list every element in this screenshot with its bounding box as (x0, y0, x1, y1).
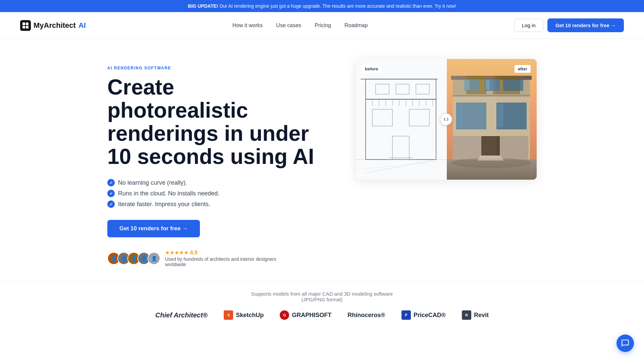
svg-rect-42 (503, 79, 523, 91)
svg-rect-56 (453, 76, 496, 160)
svg-rect-2 (22, 26, 25, 28)
logo-chief-architect: Chief Architect® (155, 311, 208, 319)
star-rating: ★★★★★ 4.9 (165, 249, 276, 256)
before-image (356, 59, 446, 180)
social-proof: 👤 👤 👤 👤 👤 ★★★★★ 4.9 Used by hundreds of … (107, 249, 315, 267)
supports-text: Supports models from all major CAD and 3… (20, 291, 624, 302)
nav-link-roadmap[interactable]: Roadmap (344, 22, 368, 28)
before-label: before (362, 65, 382, 73)
svg-rect-1 (26, 22, 29, 25)
social-description: Used by hundreds of architects and inter… (165, 256, 276, 267)
check-icon-3 (107, 200, 115, 208)
banner-text: Our AI rendering engine just got a huge … (219, 3, 456, 9)
nav-cta-button[interactable]: Get 10 renders for free → (547, 18, 624, 32)
divider-handle[interactable] (440, 113, 452, 125)
nav-link-how-it-works[interactable]: How it works (232, 22, 263, 28)
supports-bar: Supports models from all major CAD and 3… (0, 281, 644, 330)
nav-link-pricing[interactable]: Pricing (315, 22, 331, 28)
social-text-block: ★★★★★ 4.9 Used by hundreds of architects… (165, 249, 276, 267)
svg-rect-0 (22, 22, 25, 25)
hero-title: Create photorealistic renderings in unde… (107, 76, 315, 168)
logo-revit: R Revit (462, 310, 489, 320)
rating-number: 4.9 (190, 250, 197, 255)
logo-pricecad: P PriceCAD® (401, 310, 446, 320)
navbar: MyArchitectAI How it works Use cases Pri… (0, 12, 644, 39)
logo-rhinoceros: Rhinoceros® (347, 312, 385, 319)
graphisoft-icon: G (280, 310, 289, 320)
logo-graphisoft: G GRAPHISOFT (280, 310, 331, 320)
logo-link[interactable]: MyArchitectAI (20, 20, 86, 31)
login-button[interactable]: Log in (514, 19, 543, 32)
logo-svg (22, 22, 29, 29)
top-banner: BIG UPDATE! Our AI rendering engine just… (0, 0, 644, 12)
chief-architect-text: Chief Architect® (155, 311, 208, 319)
check-icon-1 (107, 179, 115, 186)
bullet-3: Iterate faster. Impress your clients. (107, 200, 315, 208)
check-icon-2 (107, 190, 115, 197)
bullet-2: Runs in the cloud. No installs needed. (107, 190, 315, 197)
hero-left: AI RENDERING SOFTWARE Create photorealis… (107, 59, 315, 267)
logo-main-text: MyArchitect (34, 21, 76, 30)
logo-icon (20, 20, 31, 31)
avatar-group: 👤 👤 👤 👤 👤 (107, 252, 160, 265)
logo-sketchup: S SketchUp (224, 310, 264, 320)
avatar-5: 👤 (148, 252, 160, 265)
hero-cta-button[interactable]: Get 10 renders for free → (107, 220, 200, 237)
logo-ai-text: AI (78, 21, 86, 30)
bullet-1: No learning curve (really). (107, 179, 315, 186)
svg-rect-4 (356, 59, 446, 180)
nav-link-use-cases[interactable]: Use cases (276, 22, 301, 28)
svg-rect-52 (500, 136, 528, 160)
nav-links: How it works Use cases Pricing Roadmap (232, 22, 368, 28)
after-label: after (515, 65, 531, 73)
banner-bold: BIG UPDATE! (188, 3, 218, 9)
nav-actions: Log in Get 10 renders for free → (514, 18, 624, 32)
hero-right: before after (356, 59, 537, 180)
hero-bullets: No learning curve (really). Runs in the … (107, 179, 315, 208)
software-logos: Chief Architect® S SketchUp G GRAPHISOFT… (20, 310, 624, 320)
after-image (446, 59, 537, 180)
hero-tag: AI RENDERING SOFTWARE (107, 66, 315, 70)
sketchup-icon: S (224, 310, 233, 320)
revit-icon: R (462, 310, 471, 320)
hero-section: AI RENDERING SOFTWARE Create photorealis… (87, 39, 557, 281)
svg-rect-48 (497, 104, 503, 127)
before-after-container: before after (356, 59, 537, 180)
svg-rect-3 (26, 26, 29, 28)
pricecad-icon: P (401, 310, 411, 320)
